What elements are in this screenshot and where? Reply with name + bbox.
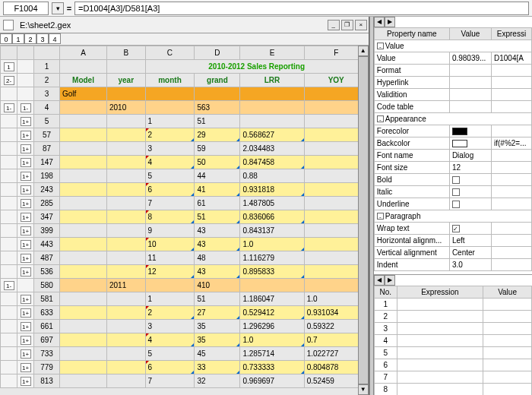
outline-toggle[interactable]: 1+ [21, 254, 31, 263]
grid-cell[interactable] [60, 306, 107, 320]
props-left-icon[interactable]: ◀ [374, 17, 385, 27]
grid-cell[interactable]: 5 [145, 169, 195, 183]
prop-expr[interactable] [491, 235, 531, 247]
prop-expr[interactable]: if(#%2=... [491, 137, 531, 150]
col-header-D[interactable]: D [195, 46, 240, 60]
expr-value-cell[interactable] [483, 371, 532, 384]
grid-cell[interactable]: 0.529412 [240, 306, 304, 320]
prop-value[interactable] [449, 198, 491, 210]
scroll-down-icon[interactable]: ▼ [358, 384, 369, 395]
expr-cell[interactable] [397, 323, 483, 335]
prop-value[interactable] [449, 137, 491, 150]
grid-cell[interactable]: 1 [145, 292, 195, 306]
grid-cell[interactable]: 0.836066 [240, 210, 304, 224]
outline-toggle[interactable]: 1+ [21, 158, 31, 167]
prop-expr[interactable] [491, 150, 531, 162]
grid-cell[interactable]: 50 [195, 156, 240, 169]
row-header[interactable]: 243 [34, 183, 60, 197]
outline-toggle[interactable]: 1+ [21, 295, 31, 304]
grid-cell[interactable]: 33 [195, 361, 240, 374]
grid-cell[interactable]: 27 [195, 306, 240, 320]
grid-cell[interactable]: 51 [195, 115, 240, 128]
grid-cell[interactable]: 6 [145, 183, 195, 197]
grid-cell[interactable]: 1.296296 [240, 320, 304, 333]
grid-cell[interactable]: 563 [195, 101, 240, 115]
grid-cell[interactable] [60, 292, 107, 306]
prop-group-appearance[interactable]: -Appearance [374, 113, 531, 125]
row-header[interactable]: 347 [34, 210, 60, 224]
grid-cell[interactable] [60, 374, 107, 388]
grid-cell[interactable]: 2 [145, 128, 195, 142]
grid-cell[interactable] [60, 279, 107, 292]
collapse-icon[interactable]: - [377, 213, 384, 220]
row-header[interactable]: 661 [34, 320, 60, 333]
expr-value-cell[interactable] [483, 384, 532, 396]
prop-expr[interactable] [491, 77, 531, 89]
grid-cell[interactable] [107, 251, 146, 265]
expr-value-cell[interactable] [483, 323, 532, 335]
checkbox[interactable] [452, 201, 460, 208]
prop-expr[interactable] [491, 223, 531, 235]
grid-cell[interactable] [107, 60, 146, 74]
grid-cell[interactable]: 0.931818 [240, 183, 304, 197]
outline-toggle[interactable]: 1+ [21, 377, 31, 386]
grid-cell[interactable]: 0.88 [240, 169, 304, 183]
grid-cell[interactable] [60, 115, 107, 128]
prop-value[interactable] [449, 77, 491, 89]
outline-toggle[interactable]: 1+ [21, 117, 31, 126]
grid-cell[interactable]: 0.895833 [240, 265, 304, 279]
col-header-B[interactable]: B [107, 46, 146, 60]
row-header[interactable]: 4 [34, 101, 60, 115]
prop-value[interactable]: Left [449, 235, 491, 247]
grid-cell[interactable]: 32 [195, 374, 240, 388]
row-header[interactable]: 3 [34, 87, 60, 101]
outline-toggle[interactable]: 1- [4, 103, 14, 112]
grid-cell[interactable] [60, 183, 107, 197]
grid-cell[interactable]: 45 [195, 347, 240, 361]
grid-cell[interactable]: 12 [145, 265, 195, 279]
prop-group-value[interactable]: -Value [374, 40, 531, 52]
expr-cell[interactable] [397, 299, 483, 311]
grid-cell[interactable]: year [107, 74, 146, 87]
grid-cell[interactable] [240, 101, 304, 115]
outline-level-2[interactable]: 2 [24, 33, 36, 44]
vertical-scrollbar[interactable] [358, 56, 369, 384]
expr-cell[interactable] [397, 311, 483, 323]
row-header[interactable]: 399 [34, 224, 60, 238]
row-header[interactable]: 5 [34, 115, 60, 128]
col-header-A[interactable]: A [60, 46, 107, 60]
expr-cell[interactable] [397, 347, 483, 359]
expr-cell[interactable] [397, 335, 483, 347]
grid-cell[interactable]: 43 [195, 265, 240, 279]
outline-toggle[interactable]: 1+ [21, 213, 31, 222]
outline-toggle[interactable]: 1+ [21, 308, 31, 318]
formula-input[interactable] [74, 2, 529, 15]
grid-cell[interactable]: 1.186047 [240, 292, 304, 306]
expr-cell[interactable] [397, 371, 483, 384]
grid-cell[interactable] [107, 169, 146, 183]
grid-cell[interactable] [107, 320, 146, 333]
outline-toggle[interactable]: 1+ [21, 131, 31, 140]
grid-cell[interactable]: 5 [145, 347, 195, 361]
grid-cell[interactable]: 2011 [107, 279, 146, 292]
grid-cell[interactable] [107, 224, 146, 238]
row-header[interactable]: 813 [34, 374, 60, 388]
grid-cell[interactable]: month [145, 74, 195, 87]
prop-expr[interactable] [491, 125, 531, 137]
grid-cell[interactable]: 2 [145, 306, 195, 320]
grid-cell[interactable]: 59 [195, 142, 240, 156]
outline-level-3[interactable]: 3 [36, 33, 49, 44]
grid-cell[interactable]: 10 [145, 238, 195, 251]
grid-cell[interactable] [195, 87, 240, 101]
prop-expr[interactable] [491, 198, 531, 210]
prop-value[interactable]: 0.98039... [449, 52, 491, 65]
grid-cell[interactable]: 3 [145, 142, 195, 156]
grid-cell[interactable] [60, 60, 107, 74]
prop-expr[interactable] [491, 247, 531, 259]
color-swatch[interactable] [452, 140, 467, 147]
dropdown-icon[interactable]: ▾ [52, 2, 64, 14]
row-header[interactable]: 581 [34, 292, 60, 306]
grid-cell[interactable]: 8 [145, 210, 195, 224]
prop-value[interactable] [449, 101, 491, 113]
grid-cell[interactable] [60, 265, 107, 279]
